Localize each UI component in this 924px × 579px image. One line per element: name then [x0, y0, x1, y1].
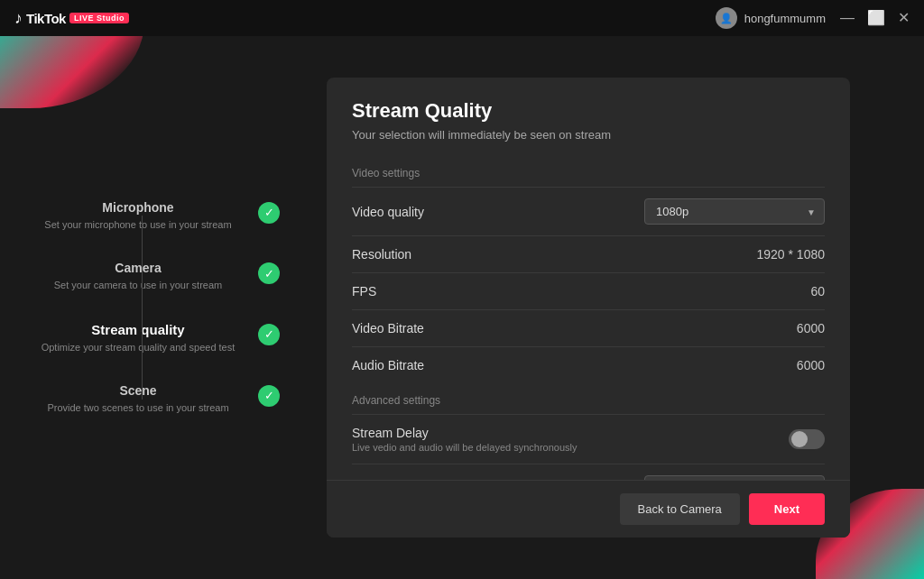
step-title-stream-quality: Stream quality	[36, 322, 240, 337]
step-content-scene: Scene Provide two scenes to use in your …	[36, 383, 258, 415]
maximize-button[interactable]: ⬜	[867, 11, 885, 25]
resolution-label: Resolution	[352, 247, 411, 262]
stream-delay-desc: Live vedio and audio will be delayed syn…	[352, 442, 578, 453]
step-content-microphone: Microphone Set your microphone to use in…	[36, 200, 258, 232]
sidebar: Microphone Set your microphone to use in…	[0, 36, 280, 579]
step-desc-camera: Set your camera to use in your stream	[36, 279, 240, 292]
advanced-settings-label: Advanced settings	[352, 394, 825, 407]
video-bitrate-value: 6000	[797, 321, 825, 335]
stream-delay-col: Stream Delay Live vedio and audio will b…	[352, 426, 578, 453]
audio-bitrate-value: 6000	[797, 358, 825, 372]
fps-label: FPS	[352, 284, 376, 299]
close-button[interactable]: ✕	[898, 11, 910, 25]
step-desc-microphone: Set your microphone to use in your strea…	[36, 218, 240, 232]
step-content-stream-quality: Stream quality Optimize your stream qual…	[36, 322, 258, 354]
panel-subtitle: Your selection will immediately be seen …	[352, 128, 825, 142]
sidebar-step-camera: Camera Set your camera to use in your st…	[36, 246, 280, 307]
setting-row-encoder: Encoder Default x264 NVENC AMF ▼	[352, 464, 825, 480]
fps-value: 60	[810, 284, 825, 299]
toggle-thumb	[791, 431, 808, 447]
video-bitrate-label: Video Bitrate	[352, 321, 424, 335]
window-controls: — ⬜ ✕	[840, 11, 910, 25]
encoder-select[interactable]: Default x264 NVENC AMF	[644, 475, 825, 480]
video-quality-label: Video quality	[352, 205, 424, 219]
setting-row-stream-delay: Stream Delay Live vedio and audio will b…	[352, 414, 825, 464]
username: hongfummumm	[744, 12, 826, 25]
step-desc-scene: Provide two scenes to use in your stream	[36, 401, 240, 415]
panel-title: Stream Quality	[352, 99, 825, 123]
setting-row-video-quality: Video quality 1080p 720p 1440p 4K ▼	[352, 187, 825, 235]
setting-row-video-bitrate: Video Bitrate 6000	[352, 309, 825, 346]
tiktok-logo-icon: ♪	[14, 9, 23, 28]
stream-delay-label: Stream Delay	[352, 426, 578, 440]
titlebar-left: ♪ TikTok LIVE Studio	[14, 9, 129, 28]
user-info: 👤 hongfummumm	[716, 7, 826, 29]
app-name: TikTok	[26, 11, 66, 26]
audio-bitrate-label: Audio Bitrate	[352, 358, 424, 372]
minimize-button[interactable]: —	[840, 11, 855, 25]
step-content-camera: Camera Set your camera to use in your st…	[36, 261, 258, 292]
step-check-scene: ✓	[258, 385, 280, 407]
setting-row-resolution: Resolution 1920 * 1080	[352, 235, 825, 272]
step-title-microphone: Microphone	[36, 200, 240, 215]
sidebar-step-scene: Scene Provide two scenes to use in your …	[36, 369, 280, 429]
panel-body: Video settings Video quality 1080p 720p …	[327, 156, 850, 480]
video-quality-dropdown-wrapper: 1080p 720p 1440p 4K ▼	[644, 198, 825, 225]
sidebar-step-microphone: Microphone Set your microphone to use in…	[36, 186, 280, 246]
step-title-camera: Camera	[36, 261, 240, 275]
main-layout: Microphone Set your microphone to use in…	[0, 36, 924, 579]
setting-row-audio-bitrate: Audio Bitrate 6000	[352, 346, 825, 383]
step-check-microphone: ✓	[258, 202, 280, 224]
video-quality-select[interactable]: 1080p 720p 1440p 4K	[644, 198, 825, 225]
setting-row-fps: FPS 60	[352, 272, 825, 309]
next-button[interactable]: Next	[749, 493, 825, 525]
video-settings-label: Video settings	[352, 167, 825, 179]
step-title-scene: Scene	[36, 383, 240, 398]
sidebar-step-stream-quality: Stream quality Optimize your stream qual…	[36, 308, 280, 369]
stream-delay-toggle[interactable]	[789, 429, 825, 449]
titlebar-right: 👤 hongfummumm — ⬜ ✕	[716, 7, 910, 29]
stream-quality-panel: Stream Quality Your selection will immed…	[327, 78, 850, 538]
panel-header: Stream Quality Your selection will immed…	[327, 78, 850, 156]
encoder-dropdown-wrapper: Default x264 NVENC AMF ▼	[644, 475, 825, 480]
avatar: 👤	[716, 7, 737, 29]
live-studio-badge: LIVE Studio	[69, 13, 129, 23]
titlebar: ♪ TikTok LIVE Studio 👤 hongfummumm — ⬜ ✕	[0, 0, 924, 36]
step-check-stream-quality: ✓	[258, 324, 280, 345]
resolution-value: 1920 * 1080	[756, 247, 825, 262]
panel-footer: Back to Camera Next	[327, 480, 850, 538]
back-to-camera-button[interactable]: Back to Camera	[620, 493, 740, 525]
step-check-camera: ✓	[258, 262, 280, 284]
tiktok-logo: ♪ TikTok LIVE Studio	[14, 9, 129, 28]
content-area: Stream Quality Your selection will immed…	[280, 36, 924, 579]
step-desc-stream-quality: Optimize your stream quality and speed t…	[36, 341, 240, 354]
